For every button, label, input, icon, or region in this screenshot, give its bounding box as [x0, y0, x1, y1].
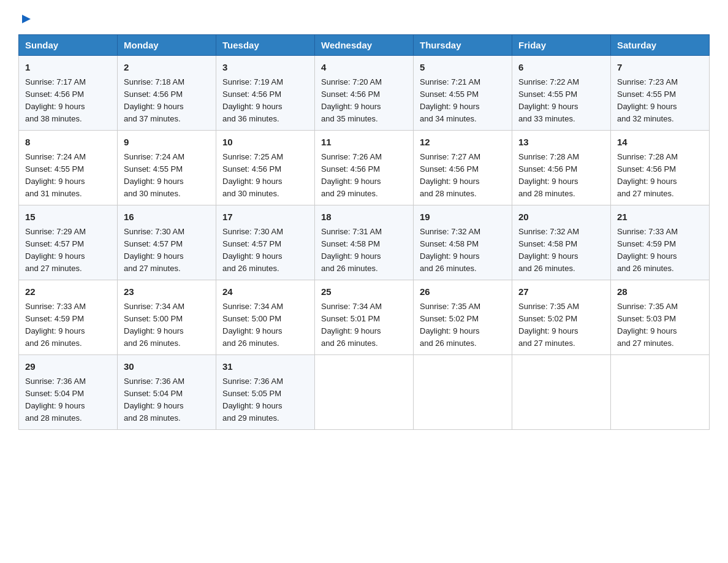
day-info: Sunrise: 7:21 AM Sunset: 4:55 PM Dayligh… [420, 76, 506, 126]
day-info: Sunrise: 7:35 AM Sunset: 5:02 PM Dayligh… [518, 301, 604, 350]
calendar-cell-day-20: 20Sunrise: 7:32 AM Sunset: 4:58 PM Dayli… [512, 205, 611, 280]
day-info: Sunrise: 7:36 AM Sunset: 5:04 PM Dayligh… [124, 375, 210, 425]
day-info: Sunrise: 7:34 AM Sunset: 5:01 PM Dayligh… [321, 301, 407, 350]
day-info: Sunrise: 7:33 AM Sunset: 4:59 PM Dayligh… [617, 226, 703, 275]
day-info: Sunrise: 7:20 AM Sunset: 4:56 PM Dayligh… [321, 76, 407, 126]
col-header-tuesday: Tuesday [216, 35, 315, 56]
day-info: Sunrise: 7:25 AM Sunset: 4:56 PM Dayligh… [222, 151, 308, 201]
calendar-cell-day-28: 28Sunrise: 7:35 AM Sunset: 5:03 PM Dayli… [611, 280, 710, 355]
day-number: 7 [617, 61, 703, 75]
day-number: 4 [321, 61, 407, 75]
calendar-header-row: SundayMondayTuesdayWednesdayThursdayFrid… [19, 35, 710, 56]
calendar-week-row: 1Sunrise: 7:17 AM Sunset: 4:56 PM Daylig… [19, 56, 710, 131]
calendar-cell-day-27: 27Sunrise: 7:35 AM Sunset: 5:02 PM Dayli… [512, 280, 611, 355]
calendar-cell-day-4: 4Sunrise: 7:20 AM Sunset: 4:56 PM Daylig… [315, 56, 414, 131]
day-info: Sunrise: 7:35 AM Sunset: 5:03 PM Dayligh… [617, 301, 703, 350]
day-number: 21 [617, 210, 703, 224]
calendar-cell-day-22: 22Sunrise: 7:33 AM Sunset: 4:59 PM Dayli… [19, 280, 118, 355]
calendar-cell-day-24: 24Sunrise: 7:34 AM Sunset: 5:00 PM Dayli… [216, 280, 315, 355]
day-number: 11 [321, 136, 407, 150]
day-info: Sunrise: 7:24 AM Sunset: 4:55 PM Dayligh… [124, 151, 210, 201]
day-number: 2 [124, 61, 210, 75]
day-number: 22 [25, 285, 111, 299]
calendar-cell-day-8: 8Sunrise: 7:24 AM Sunset: 4:55 PM Daylig… [19, 131, 118, 205]
calendar-cell-day-19: 19Sunrise: 7:32 AM Sunset: 4:58 PM Dayli… [414, 205, 512, 280]
day-info: Sunrise: 7:22 AM Sunset: 4:55 PM Dayligh… [518, 76, 604, 126]
calendar-cell-day-31: 31Sunrise: 7:36 AM Sunset: 5:05 PM Dayli… [216, 355, 315, 430]
col-header-sunday: Sunday [19, 35, 118, 56]
day-info: Sunrise: 7:18 AM Sunset: 4:56 PM Dayligh… [124, 76, 210, 126]
calendar-cell-day-26: 26Sunrise: 7:35 AM Sunset: 5:02 PM Dayli… [414, 280, 512, 355]
col-header-friday: Friday [512, 35, 611, 56]
logo-arrow-icon [20, 12, 33, 26]
day-info: Sunrise: 7:36 AM Sunset: 5:04 PM Dayligh… [25, 375, 111, 425]
day-info: Sunrise: 7:32 AM Sunset: 4:58 PM Dayligh… [420, 226, 506, 275]
day-number: 27 [518, 285, 604, 299]
day-number: 26 [420, 285, 506, 299]
calendar-cell-day-12: 12Sunrise: 7:27 AM Sunset: 4:56 PM Dayli… [414, 131, 512, 205]
calendar-cell-day-9: 9Sunrise: 7:24 AM Sunset: 4:55 PM Daylig… [118, 131, 216, 205]
empty-cell [512, 355, 611, 430]
day-number: 17 [222, 210, 308, 224]
day-info: Sunrise: 7:17 AM Sunset: 4:56 PM Dayligh… [25, 76, 111, 126]
col-header-monday: Monday [118, 35, 216, 56]
day-info: Sunrise: 7:23 AM Sunset: 4:55 PM Dayligh… [617, 76, 703, 126]
col-header-wednesday: Wednesday [315, 35, 414, 56]
page-header [18, 12, 710, 23]
day-info: Sunrise: 7:30 AM Sunset: 4:57 PM Dayligh… [222, 226, 308, 275]
svg-marker-0 [22, 15, 31, 23]
calendar-week-row: 8Sunrise: 7:24 AM Sunset: 4:55 PM Daylig… [19, 131, 710, 205]
day-number: 13 [518, 136, 604, 150]
day-info: Sunrise: 7:35 AM Sunset: 5:02 PM Dayligh… [420, 301, 506, 350]
day-number: 1 [25, 61, 111, 75]
logo [18, 12, 33, 23]
calendar-week-row: 22Sunrise: 7:33 AM Sunset: 4:59 PM Dayli… [19, 280, 710, 355]
day-info: Sunrise: 7:26 AM Sunset: 4:56 PM Dayligh… [321, 151, 407, 201]
day-number: 25 [321, 285, 407, 299]
calendar-cell-day-7: 7Sunrise: 7:23 AM Sunset: 4:55 PM Daylig… [611, 56, 710, 131]
calendar-cell-day-30: 30Sunrise: 7:36 AM Sunset: 5:04 PM Dayli… [118, 355, 216, 430]
day-number: 19 [420, 210, 506, 224]
day-number: 10 [222, 136, 308, 150]
col-header-thursday: Thursday [414, 35, 512, 56]
calendar-cell-day-13: 13Sunrise: 7:28 AM Sunset: 4:56 PM Dayli… [512, 131, 611, 205]
calendar-cell-day-5: 5Sunrise: 7:21 AM Sunset: 4:55 PM Daylig… [414, 56, 512, 131]
calendar-week-row: 29Sunrise: 7:36 AM Sunset: 5:04 PM Dayli… [19, 355, 710, 430]
empty-cell [414, 355, 512, 430]
day-info: Sunrise: 7:24 AM Sunset: 4:55 PM Dayligh… [25, 151, 111, 201]
calendar-cell-day-6: 6Sunrise: 7:22 AM Sunset: 4:55 PM Daylig… [512, 56, 611, 131]
calendar-cell-day-2: 2Sunrise: 7:18 AM Sunset: 4:56 PM Daylig… [118, 56, 216, 131]
empty-cell [611, 355, 710, 430]
calendar-cell-day-3: 3Sunrise: 7:19 AM Sunset: 4:56 PM Daylig… [216, 56, 315, 131]
empty-cell [315, 355, 414, 430]
day-number: 5 [420, 61, 506, 75]
calendar-table: SundayMondayTuesdayWednesdayThursdayFrid… [18, 34, 710, 430]
col-header-saturday: Saturday [611, 35, 710, 56]
calendar-cell-day-21: 21Sunrise: 7:33 AM Sunset: 4:59 PM Dayli… [611, 205, 710, 280]
day-number: 28 [617, 285, 703, 299]
day-info: Sunrise: 7:29 AM Sunset: 4:57 PM Dayligh… [25, 226, 111, 275]
day-number: 24 [222, 285, 308, 299]
day-info: Sunrise: 7:32 AM Sunset: 4:58 PM Dayligh… [518, 226, 604, 275]
day-number: 6 [518, 61, 604, 75]
day-number: 9 [124, 136, 210, 150]
day-number: 15 [25, 210, 111, 224]
day-info: Sunrise: 7:27 AM Sunset: 4:56 PM Dayligh… [420, 151, 506, 201]
calendar-cell-day-15: 15Sunrise: 7:29 AM Sunset: 4:57 PM Dayli… [19, 205, 118, 280]
day-info: Sunrise: 7:34 AM Sunset: 5:00 PM Dayligh… [222, 301, 308, 350]
day-info: Sunrise: 7:36 AM Sunset: 5:05 PM Dayligh… [222, 375, 308, 425]
calendar-cell-day-23: 23Sunrise: 7:34 AM Sunset: 5:00 PM Dayli… [118, 280, 216, 355]
day-number: 12 [420, 136, 506, 150]
day-info: Sunrise: 7:33 AM Sunset: 4:59 PM Dayligh… [25, 301, 111, 350]
day-number: 20 [518, 210, 604, 224]
calendar-cell-day-14: 14Sunrise: 7:28 AM Sunset: 4:56 PM Dayli… [611, 131, 710, 205]
calendar-cell-day-1: 1Sunrise: 7:17 AM Sunset: 4:56 PM Daylig… [19, 56, 118, 131]
calendar-cell-day-29: 29Sunrise: 7:36 AM Sunset: 5:04 PM Dayli… [19, 355, 118, 430]
day-number: 3 [222, 61, 308, 75]
day-number: 8 [25, 136, 111, 150]
calendar-cell-day-18: 18Sunrise: 7:31 AM Sunset: 4:58 PM Dayli… [315, 205, 414, 280]
calendar-cell-day-16: 16Sunrise: 7:30 AM Sunset: 4:57 PM Dayli… [118, 205, 216, 280]
day-number: 14 [617, 136, 703, 150]
calendar-cell-day-11: 11Sunrise: 7:26 AM Sunset: 4:56 PM Dayli… [315, 131, 414, 205]
day-number: 30 [124, 360, 210, 374]
